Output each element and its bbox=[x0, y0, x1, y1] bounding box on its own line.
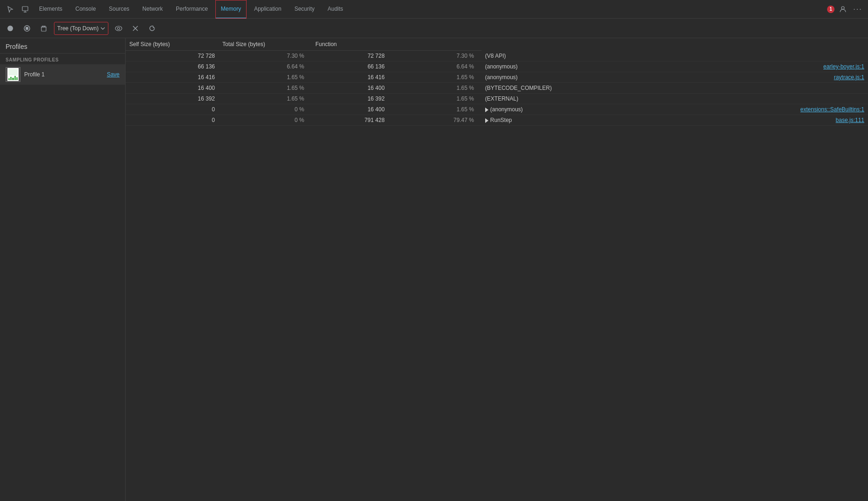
top-nav: Elements Console Sources Network Perform… bbox=[0, 0, 868, 19]
sidebar-header: Profiles bbox=[0, 38, 125, 54]
table-row[interactable]: 66 1366.64 %66 1366.64 %(anonymous)earle… bbox=[126, 61, 868, 72]
svg-rect-0 bbox=[22, 7, 28, 11]
profile-name: Profile 1 bbox=[24, 71, 103, 78]
svg-rect-6 bbox=[26, 27, 28, 30]
self-size-num: 16 416 bbox=[126, 72, 219, 83]
total-size-num: 72 728 bbox=[312, 51, 388, 61]
tab-audits[interactable]: Audits bbox=[322, 0, 348, 19]
record-button[interactable] bbox=[4, 22, 17, 35]
th-self-size: Self Size (bytes) bbox=[126, 38, 219, 51]
table-row[interactable]: 00 %791 42879.47 %RunStepbase.js:111 bbox=[126, 115, 868, 126]
total-size-pct: 1.65 % bbox=[388, 72, 481, 83]
self-size-pct: 1.65 % bbox=[219, 72, 312, 83]
table-scroll[interactable]: Self Size (bytes) Total Size (bytes) Fun… bbox=[126, 38, 868, 501]
more-icon[interactable]: ··· bbox=[851, 3, 864, 16]
refresh-icon[interactable] bbox=[146, 22, 159, 35]
table-row[interactable]: 16 3921.65 %16 3921.65 %(EXTERNAL) bbox=[126, 94, 868, 104]
total-size-num: 16 392 bbox=[312, 94, 388, 104]
self-size-pct: 1.65 % bbox=[219, 94, 312, 104]
table-row[interactable]: 00 %16 4001.65 %(anonymous)extensions::S… bbox=[126, 104, 868, 115]
source-link[interactable]: earley-boyer.js:1 bbox=[678, 61, 868, 72]
sidebar-section-label: SAMPLING PROFILES bbox=[0, 54, 125, 64]
data-table: Self Size (bytes) Total Size (bytes) Fun… bbox=[126, 38, 868, 126]
tab-performance[interactable]: Performance bbox=[170, 0, 214, 19]
self-size-pct: 1.65 % bbox=[219, 83, 312, 94]
svg-rect-7 bbox=[41, 27, 46, 31]
cursor-icon[interactable] bbox=[4, 3, 17, 16]
th-total-size: Total Size (bytes) bbox=[219, 38, 312, 51]
tab-network[interactable]: Network bbox=[137, 0, 168, 19]
self-size-pct: 6.64 % bbox=[219, 61, 312, 72]
view-select-wrapper[interactable]: Tree (Top Down) bbox=[54, 22, 108, 35]
total-size-pct: 6.64 % bbox=[388, 61, 481, 72]
user-icon[interactable] bbox=[836, 3, 849, 16]
source-link[interactable]: raytrace.js:1 bbox=[678, 72, 868, 83]
tab-memory[interactable]: Memory bbox=[215, 0, 247, 19]
close-icon[interactable] bbox=[129, 22, 142, 35]
svg-point-4 bbox=[7, 26, 13, 31]
function-name: (anonymous) bbox=[481, 61, 678, 72]
function-name: (BYTECODE_COMPILER) bbox=[481, 83, 678, 94]
source-link bbox=[678, 83, 868, 94]
function-name: (anonymous) bbox=[481, 104, 678, 115]
function-name: (anonymous) bbox=[481, 72, 678, 83]
stop-button[interactable] bbox=[20, 22, 33, 35]
total-size-num: 66 136 bbox=[312, 61, 388, 72]
function-name: RunStep bbox=[481, 115, 678, 126]
tab-console[interactable]: Console bbox=[70, 0, 101, 19]
self-size-num: 0 bbox=[126, 104, 219, 115]
self-size-pct: 0 % bbox=[219, 115, 312, 126]
total-size-pct: 1.65 % bbox=[388, 94, 481, 104]
table-header: Self Size (bytes) Total Size (bytes) Fun… bbox=[126, 38, 868, 51]
total-size-num: 16 400 bbox=[312, 104, 388, 115]
total-size-pct: 1.65 % bbox=[388, 83, 481, 94]
table-row[interactable]: 16 4161.65 %16 4161.65 %(anonymous)raytr… bbox=[126, 72, 868, 83]
total-size-num: 16 400 bbox=[312, 83, 388, 94]
toolbar: Tree (Top Down) bbox=[0, 19, 868, 38]
svg-point-12 bbox=[115, 26, 122, 31]
tab-security[interactable]: Security bbox=[289, 0, 320, 19]
total-size-pct: 7.30 % bbox=[388, 51, 481, 61]
expand-arrow-icon[interactable] bbox=[485, 108, 488, 112]
profile-item[interactable]: Profile 1 Save bbox=[0, 64, 125, 85]
profile-icon bbox=[6, 67, 20, 82]
th-link bbox=[388, 38, 481, 51]
eye-icon[interactable] bbox=[112, 22, 125, 35]
save-link[interactable]: Save bbox=[107, 71, 120, 78]
sidebar: Profiles SAMPLING PROFILES Profile 1 Sav… bbox=[0, 38, 126, 501]
self-size-num: 72 728 bbox=[126, 51, 219, 61]
tab-application[interactable]: Application bbox=[248, 0, 287, 19]
total-size-num: 16 416 bbox=[312, 72, 388, 83]
error-badge[interactable]: 1 bbox=[827, 6, 835, 13]
self-size-pct: 0 % bbox=[219, 104, 312, 115]
svg-point-3 bbox=[841, 7, 844, 9]
source-link bbox=[678, 51, 868, 61]
self-size-num: 66 136 bbox=[126, 61, 219, 72]
data-panel: Self Size (bytes) Total Size (bytes) Fun… bbox=[126, 38, 868, 501]
tab-sources[interactable]: Sources bbox=[103, 0, 135, 19]
chevron-down-icon bbox=[100, 27, 105, 30]
delete-button[interactable] bbox=[37, 22, 50, 35]
table-row[interactable]: 16 4001.65 %16 4001.65 %(BYTECODE_COMPIL… bbox=[126, 83, 868, 94]
table-row[interactable]: 72 7287.30 %72 7287.30 %(V8 API) bbox=[126, 51, 868, 61]
self-size-num: 16 400 bbox=[126, 83, 219, 94]
expand-arrow-icon[interactable] bbox=[485, 118, 488, 123]
view-select-label: Tree (Top Down) bbox=[57, 25, 99, 32]
total-size-pct: 1.65 % bbox=[388, 104, 481, 115]
main-layout: Profiles SAMPLING PROFILES Profile 1 Sav… bbox=[0, 38, 868, 501]
th-function: Function bbox=[312, 38, 388, 51]
self-size-num: 0 bbox=[126, 115, 219, 126]
source-link[interactable]: extensions::SafeBuiltins:1 bbox=[678, 104, 868, 115]
inspect-icon[interactable] bbox=[19, 3, 32, 16]
source-link bbox=[678, 94, 868, 104]
tab-elements[interactable]: Elements bbox=[33, 0, 68, 19]
total-size-pct: 79.47 % bbox=[388, 115, 481, 126]
total-size-num: 791 428 bbox=[312, 115, 388, 126]
function-name: (EXTERNAL) bbox=[481, 94, 678, 104]
svg-point-13 bbox=[117, 27, 120, 29]
error-count: 1 bbox=[827, 6, 835, 13]
self-size-num: 16 392 bbox=[126, 94, 219, 104]
source-link[interactable]: base.js:111 bbox=[678, 115, 868, 126]
self-size-pct: 7.30 % bbox=[219, 51, 312, 61]
nav-right: 1 ··· bbox=[827, 3, 864, 16]
